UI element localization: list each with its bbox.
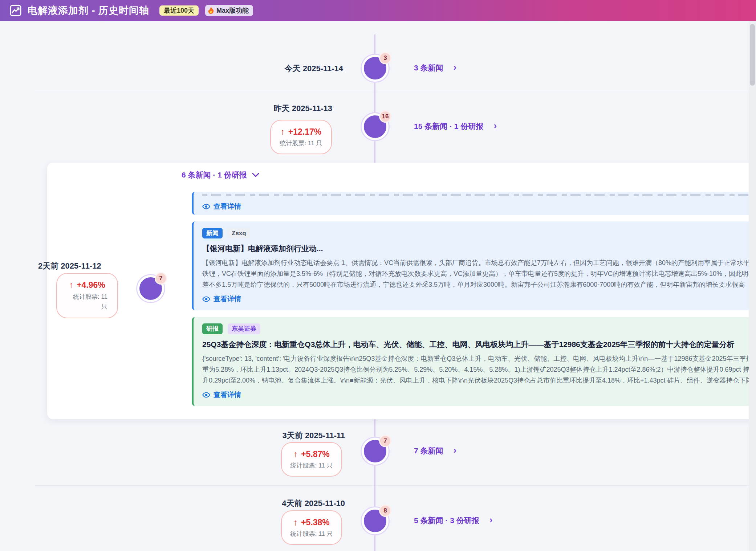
entry-summary-label: 15 条新闻 · 1 份研报 [414,121,483,131]
node-count-badge: 7 [155,272,167,285]
chevron-right-icon: › [454,62,457,72]
node-count-badge: 16 [379,110,391,123]
report-title: 25Q3基金持仓深度：电新重仓Q3总体上升，电动车、光伏、储能、工控、电网、风电… [202,339,756,350]
entry-date: 2天前 2025-11-12 [38,261,120,272]
source-badge: 东吴证券 [228,323,260,334]
entry-summary-label: 3 条新闻 [414,63,443,73]
stock-stats: 统计股票: 11 只 [280,139,322,147]
view-details-label: 查看详情 [214,202,241,211]
news-tag: 新闻 [202,228,223,238]
timeline-node[interactable]: 7 [362,438,389,465]
change-pill: ↑ +12.17% 统计股票: 11 只 [270,120,332,154]
up-arrow-icon: ↑ [69,280,73,290]
truncated-text-remnant [202,194,756,196]
chevron-right-icon: › [489,515,493,525]
page-title: 电解液添加剂 - 历史时间轴 [28,4,149,17]
change-value: +5.87% [301,449,330,459]
news-card[interactable]: 新闻 Zsxq 【银河电新】电解液添加剂行业动... 【银河电新】电解液添加剂行… [192,221,756,310]
entry-summary-link[interactable]: 15 条新闻 · 1 份研报 › [414,121,497,131]
news-title: 【银河电新】电解液添加剂行业动... [202,244,756,254]
change-value: +4.96% [77,280,105,290]
scrollbar-thumb[interactable] [750,24,755,86]
flame-icon [208,7,214,14]
up-arrow-icon: ↑ [293,449,298,459]
max-feature-label: Max版功能 [216,7,249,14]
change-pill: ↑ +4.96% 统计股票: 11 只 [56,273,118,318]
vertical-scrollbar[interactable] [749,21,756,551]
body-line: 差不多1.5万吨是给宁德保供的，只有5000吨在市场进行流通，宁德也还要外采3.… [202,279,756,290]
chevron-down-icon [252,173,259,177]
entry-summary-link[interactable]: 3 条新闻 › [414,63,456,73]
change-pill: ↑ +5.38% 统计股票: 11 只 [281,510,342,545]
stock-stats: 统计股票: 11 只 [290,530,333,538]
row-divider [34,92,749,92]
entry-summary-label: 5 条新闻 · 3 份研报 [414,515,479,526]
app-header: 电解液添加剂 - 历史时间轴 最近100天 Max版功能 [0,0,756,21]
expanded-summary-toggle[interactable]: 6 条新闻 · 1 份研报 [182,170,259,180]
report-tag: 研报 [202,323,223,334]
expanded-summary-label: 6 条新闻 · 1 份研报 [182,170,247,180]
row-divider [34,485,749,486]
entry-date: 昨天 2025-11-13 [207,103,332,114]
node-count-badge: 3 [379,52,391,64]
news-card-clipped[interactable]: 查看详情 [192,192,756,215]
max-feature-badge: Max版功能 [205,5,253,16]
body-line: 升0.29pct至2.00%，钠电池、复合集流体上涨。\r\n■新能源：光伏、风… [202,375,756,386]
chart-line-icon [9,4,22,17]
body-line: 铁锂，VC在铁锂里面的添加量是3.5%-6%（特别是储能，对循环充放电次数要求更… [202,268,756,279]
entry-summary-link[interactable]: 7 条新闻 › [414,446,456,456]
change-value: +12.17% [288,127,321,137]
eye-icon [202,295,210,303]
timeline-page: 电解液添加剂 - 历史时间轴 最近100天 Max版功能 今天 2025-11-… [0,0,756,551]
timeline-node[interactable]: 8 [362,507,389,534]
up-arrow-icon: ↑ [293,517,298,527]
timeline-node[interactable]: 16 [362,113,389,140]
entry-date: 4天前 2025-11-10 [220,498,345,509]
news-body: 【银河电新】电解液添加剂行业动态电话会要点 1、供需情况：VC当前供需很紧，头部… [202,257,756,290]
entry-date: 今天 2025-11-14 [218,63,343,74]
body-line: 重为5.28%，环比上升1.13pct。2024Q3-2025Q3持仓比例分别为… [202,364,756,375]
timeline-node[interactable]: 7 [137,275,164,302]
report-card[interactable]: 研报 东吴证券 25Q3基金持仓深度：电新重仓Q3总体上升，电动车、光伏、储能、… [192,317,756,406]
report-body: {'sourceType': 13, 'content': '电力设备行业深度报… [202,353,756,386]
news-card-list: 查看详情 新闻 Zsxq 【银河电新】电解液添加剂行业动... 【银河电新】电解… [192,192,756,413]
range-badge: 最近100天 [159,5,199,16]
eye-icon [202,391,210,399]
view-details-label: 查看详情 [214,390,241,400]
body-line: 【银河电新】电解液添加剂行业动态电话会要点 1、供需情况：VC当前供需很紧，头部… [202,257,756,268]
chevron-right-icon: › [454,445,457,455]
view-details-link[interactable]: 查看详情 [202,294,756,304]
change-pill: ↑ +5.87% 统计股票: 11 只 [281,442,342,477]
node-count-badge: 8 [379,505,391,517]
change-value: +5.38% [301,518,330,527]
stock-stats: 统计股票: 11 只 [67,292,107,311]
chevron-right-icon: › [493,121,497,130]
view-details-label: 查看详情 [214,294,241,304]
entry-summary-link[interactable]: 5 条新闻 · 3 份研报 › [414,515,492,526]
stock-stats: 统计股票: 11 只 [290,461,333,470]
up-arrow-icon: ↑ [281,127,285,137]
body-line: {'sourceType': 13, 'content': '电力设备行业深度报… [202,353,756,364]
entry-summary-label: 7 条新闻 [414,446,443,456]
eye-icon [202,203,210,211]
view-details-link[interactable]: 查看详情 [202,202,756,211]
entry-date: 3天前 2025-11-11 [220,430,345,441]
view-details-link[interactable]: 查看详情 [202,390,756,400]
timeline-node[interactable]: 3 [362,55,389,82]
node-count-badge: 7 [379,435,391,447]
source-badge: Zsxq [228,228,250,238]
